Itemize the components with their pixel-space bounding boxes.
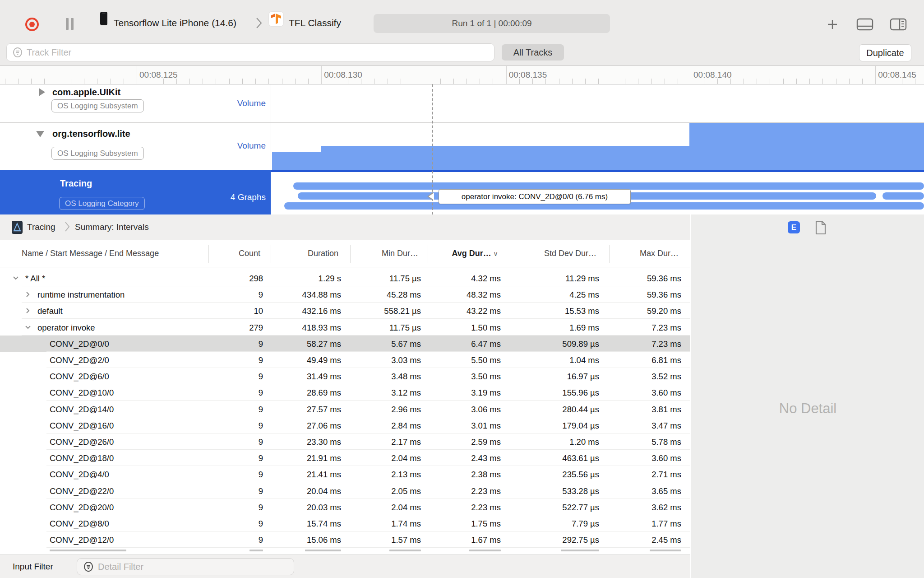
ruler-minor-tick bbox=[665, 79, 665, 84]
row-name: runtime instrumentation bbox=[37, 290, 125, 300]
column-header-max[interactable]: Max Dur… bbox=[640, 249, 679, 258]
row-duration: 434.88 ms bbox=[302, 290, 341, 300]
track-row-tensorflow[interactable]: org.tensorflow.lite OS Logging Subsystem… bbox=[0, 123, 924, 170]
ruler-minor-tick bbox=[678, 79, 678, 84]
trace-interval-bar[interactable] bbox=[882, 192, 924, 200]
column-header-name[interactable]: Name / Start Message / End Message bbox=[22, 249, 159, 258]
table-row[interactable]: runtime instrumentation9434.88 ms45.28 m… bbox=[0, 286, 690, 303]
run-status: Run 1 of 1 | 00:00:09 bbox=[374, 14, 610, 33]
column-divider[interactable] bbox=[350, 245, 351, 263]
column-header-std[interactable]: Std Dev Dur… bbox=[544, 249, 596, 258]
table-row[interactable]: CONV_2D@8/0915.74 ms1.74 ms1.75 ms7.79 µ… bbox=[0, 515, 690, 531]
column-divider[interactable] bbox=[271, 245, 271, 263]
table-row[interactable]: CONV_2D@26/0923.30 ms2.17 ms2.59 ms1.20 … bbox=[0, 434, 690, 450]
breadcrumb-instrument[interactable]: Tracing bbox=[27, 222, 55, 232]
table-row[interactable]: CONV_2D@16/0927.06 ms2.84 ms3.01 ms179.0… bbox=[0, 417, 690, 434]
ruler-minor-tick bbox=[889, 79, 889, 84]
table-row[interactable]: * All *2981.29 s11.75 µs4.32 ms11.29 ms5… bbox=[0, 270, 690, 286]
table-row[interactable]: operator invoke279418.93 ms11.75 µs1.50 … bbox=[0, 319, 690, 336]
row-duration: 23.30 ms bbox=[307, 437, 341, 447]
breadcrumb-page[interactable]: Summary: Intervals bbox=[75, 222, 149, 232]
target-app-name[interactable]: TFL Classify bbox=[289, 18, 341, 28]
row-min: 2.04 ms bbox=[391, 503, 421, 513]
record-button[interactable] bbox=[25, 18, 39, 31]
device-name[interactable]: Tensorflow Lite iPhone (14.6) bbox=[114, 18, 236, 28]
ruler-minor-tick bbox=[625, 79, 625, 84]
row-disclosure-icon[interactable] bbox=[24, 323, 32, 333]
column-divider[interactable] bbox=[428, 245, 428, 263]
ruler-minor-tick bbox=[902, 79, 902, 84]
column-header-duration[interactable]: Duration bbox=[308, 249, 338, 258]
table-row[interactable]: CONV_2D@10/0928.69 ms3.12 ms3.19 ms155.9… bbox=[0, 384, 690, 401]
row-avg: 1.67 ms bbox=[471, 535, 501, 545]
row-count: 9 bbox=[259, 339, 263, 349]
table-row[interactable]: CONV_2D@20/0920.03 ms2.04 ms2.23 ms522.7… bbox=[0, 499, 690, 515]
row-disclosure-icon[interactable] bbox=[24, 290, 32, 300]
ruler-minor-tick bbox=[704, 79, 704, 84]
column-header-count[interactable]: Count bbox=[239, 249, 260, 258]
track-filter-input[interactable]: Track Filter bbox=[6, 43, 494, 61]
table-row[interactable]: CONV_2D@18/0921.91 ms2.04 ms2.43 ms463.6… bbox=[0, 450, 690, 466]
disclosure-collapsed-icon[interactable] bbox=[39, 88, 45, 96]
row-count: 9 bbox=[259, 388, 263, 398]
timeline-ruler[interactable]: 00:08.12500:08.13000:08.13500:08.14000:0… bbox=[0, 66, 924, 84]
track-row-uikit[interactable]: com.apple.UIKit OS Logging Subsystem Vol… bbox=[0, 84, 924, 122]
table-row[interactable]: CONV_2D@12/0915.06 ms1.57 ms1.67 ms292.7… bbox=[0, 531, 690, 548]
add-instrument-button[interactable] bbox=[827, 19, 838, 30]
instruments-window: Tensorflow Lite iPhone (14.6) TFL Classi… bbox=[0, 0, 924, 578]
ruler-time-label: 00:08.125 bbox=[139, 70, 178, 80]
row-min: 11.75 µs bbox=[389, 274, 421, 284]
ruler-minor-tick bbox=[822, 79, 823, 84]
pause-button[interactable] bbox=[66, 18, 74, 30]
document-inspector-icon[interactable] bbox=[815, 220, 827, 235]
row-duration: 20.04 ms bbox=[307, 486, 341, 496]
row-name: CONV_2D@22/0 bbox=[50, 486, 114, 496]
toggle-bottom-pane-button[interactable] bbox=[856, 18, 873, 31]
all-tracks-button[interactable]: All Tracks bbox=[502, 44, 564, 61]
row-min: 2.96 ms bbox=[391, 405, 421, 415]
track-badge: OS Logging Subsystem bbox=[51, 99, 144, 112]
table-row[interactable]: CONV_2D@2/0949.49 ms3.03 ms5.50 ms1.04 m… bbox=[0, 352, 690, 368]
column-header-min[interactable]: Min Dur… bbox=[382, 249, 418, 258]
column-header-avg[interactable]: Avg Dur… ∨ bbox=[452, 249, 499, 258]
table-row[interactable]: CONV_2D@0/0958.27 ms5.67 ms6.47 ms509.89… bbox=[0, 336, 690, 352]
ruler-minor-tick bbox=[559, 79, 559, 84]
column-divider[interactable] bbox=[208, 245, 209, 263]
table-row[interactable]: CONV_2D@4/0921.41 ms2.13 ms2.38 ms235.56… bbox=[0, 466, 690, 482]
row-count: 9 bbox=[259, 535, 263, 545]
row-avg: 3.50 ms bbox=[471, 372, 501, 382]
track-title: Tracing bbox=[60, 178, 92, 189]
trace-interval-bar[interactable] bbox=[293, 182, 924, 190]
column-divider[interactable] bbox=[609, 245, 610, 263]
table-row[interactable]: default10432.16 ms558.21 µs43.22 ms15.53… bbox=[0, 303, 690, 319]
ruler-minor-tick bbox=[532, 79, 533, 84]
ruler-minor-tick bbox=[651, 79, 651, 84]
extended-detail-button[interactable]: E bbox=[788, 221, 800, 233]
duplicate-button[interactable]: Duplicate bbox=[859, 44, 911, 61]
row-max: 3.81 ms bbox=[651, 405, 681, 415]
clipped-row-fragment bbox=[50, 550, 126, 551]
row-std: 235.56 µs bbox=[562, 470, 599, 480]
row-max: 7.23 ms bbox=[651, 323, 681, 333]
input-filter-label[interactable]: Input Filter bbox=[13, 562, 53, 572]
toggle-right-pane-button[interactable] bbox=[890, 18, 907, 31]
row-max: 2.71 ms bbox=[651, 470, 681, 480]
row-disclosure-icon[interactable] bbox=[12, 274, 19, 284]
row-count: 9 bbox=[259, 405, 263, 415]
table-row[interactable]: CONV_2D@22/0920.04 ms2.05 ms2.23 ms533.2… bbox=[0, 483, 690, 499]
column-divider[interactable] bbox=[510, 245, 510, 263]
row-min: 1.74 ms bbox=[391, 519, 421, 529]
row-name: CONV_2D@16/0 bbox=[50, 421, 114, 431]
sort-direction-icon: ∨ bbox=[491, 250, 498, 257]
volume-graph[interactable] bbox=[0, 123, 924, 170]
row-disclosure-icon[interactable] bbox=[24, 307, 32, 317]
row-avg: 2.59 ms bbox=[471, 437, 501, 447]
detail-filter-input[interactable]: Detail Filter bbox=[77, 558, 294, 575]
table-row[interactable]: CONV_2D@6/0931.49 ms3.48 ms3.50 ms16.97 … bbox=[0, 368, 690, 384]
row-max: 3.60 ms bbox=[651, 453, 681, 463]
row-avg: 3.19 ms bbox=[471, 388, 501, 398]
ruler-minor-tick bbox=[730, 79, 731, 84]
row-std: 155.96 µs bbox=[562, 388, 599, 398]
table-row[interactable]: CONV_2D@14/0927.57 ms2.96 ms3.06 ms280.4… bbox=[0, 401, 690, 417]
no-detail-message: No Detail bbox=[691, 401, 924, 417]
